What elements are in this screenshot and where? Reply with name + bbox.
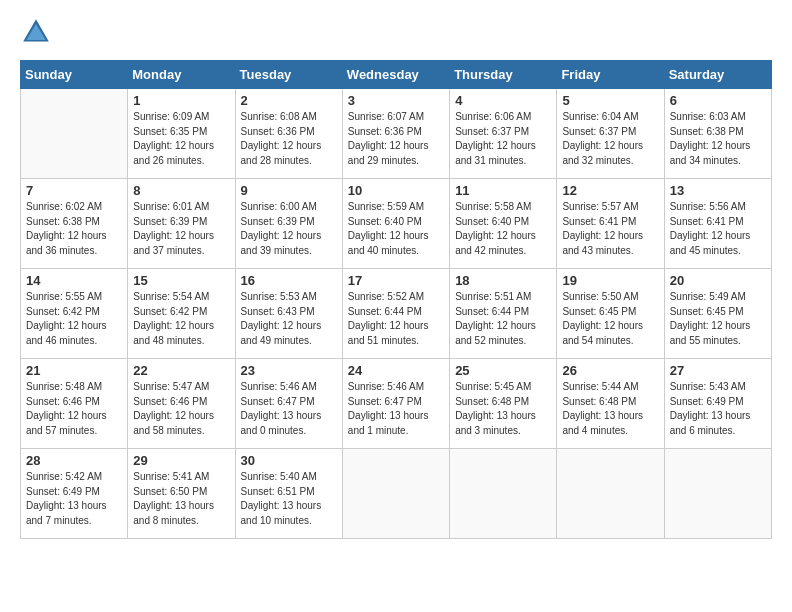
calendar-cell: 2Sunrise: 6:08 AMSunset: 6:36 PMDaylight… (235, 89, 342, 179)
day-info: Sunrise: 6:08 AMSunset: 6:36 PMDaylight:… (241, 110, 337, 168)
calendar-cell: 8Sunrise: 6:01 AMSunset: 6:39 PMDaylight… (128, 179, 235, 269)
day-info: Sunrise: 5:53 AMSunset: 6:43 PMDaylight:… (241, 290, 337, 348)
calendar-cell (557, 449, 664, 539)
day-info: Sunrise: 5:57 AMSunset: 6:41 PMDaylight:… (562, 200, 658, 258)
calendar-cell: 14Sunrise: 5:55 AMSunset: 6:42 PMDayligh… (21, 269, 128, 359)
calendar-cell: 17Sunrise: 5:52 AMSunset: 6:44 PMDayligh… (342, 269, 449, 359)
calendar-cell: 18Sunrise: 5:51 AMSunset: 6:44 PMDayligh… (450, 269, 557, 359)
calendar-cell: 19Sunrise: 5:50 AMSunset: 6:45 PMDayligh… (557, 269, 664, 359)
day-info: Sunrise: 5:49 AMSunset: 6:45 PMDaylight:… (670, 290, 766, 348)
day-number: 12 (562, 183, 658, 198)
calendar-cell: 7Sunrise: 6:02 AMSunset: 6:38 PMDaylight… (21, 179, 128, 269)
calendar-cell: 16Sunrise: 5:53 AMSunset: 6:43 PMDayligh… (235, 269, 342, 359)
calendar-cell: 27Sunrise: 5:43 AMSunset: 6:49 PMDayligh… (664, 359, 771, 449)
calendar-cell (664, 449, 771, 539)
day-number: 29 (133, 453, 229, 468)
day-number: 25 (455, 363, 551, 378)
day-info: Sunrise: 5:52 AMSunset: 6:44 PMDaylight:… (348, 290, 444, 348)
calendar-cell (450, 449, 557, 539)
calendar-weekday: Saturday (664, 61, 771, 89)
calendar-week-row: 28Sunrise: 5:42 AMSunset: 6:49 PMDayligh… (21, 449, 772, 539)
day-info: Sunrise: 5:59 AMSunset: 6:40 PMDaylight:… (348, 200, 444, 258)
calendar-week-row: 1Sunrise: 6:09 AMSunset: 6:35 PMDaylight… (21, 89, 772, 179)
day-info: Sunrise: 5:55 AMSunset: 6:42 PMDaylight:… (26, 290, 122, 348)
calendar-cell: 4Sunrise: 6:06 AMSunset: 6:37 PMDaylight… (450, 89, 557, 179)
day-number: 22 (133, 363, 229, 378)
day-info: Sunrise: 6:09 AMSunset: 6:35 PMDaylight:… (133, 110, 229, 168)
calendar-cell: 13Sunrise: 5:56 AMSunset: 6:41 PMDayligh… (664, 179, 771, 269)
day-number: 30 (241, 453, 337, 468)
day-number: 7 (26, 183, 122, 198)
calendar-cell: 12Sunrise: 5:57 AMSunset: 6:41 PMDayligh… (557, 179, 664, 269)
calendar-cell: 23Sunrise: 5:46 AMSunset: 6:47 PMDayligh… (235, 359, 342, 449)
day-number: 24 (348, 363, 444, 378)
day-info: Sunrise: 5:41 AMSunset: 6:50 PMDaylight:… (133, 470, 229, 528)
day-number: 13 (670, 183, 766, 198)
calendar-cell: 20Sunrise: 5:49 AMSunset: 6:45 PMDayligh… (664, 269, 771, 359)
day-number: 2 (241, 93, 337, 108)
day-number: 28 (26, 453, 122, 468)
day-info: Sunrise: 5:51 AMSunset: 6:44 PMDaylight:… (455, 290, 551, 348)
day-info: Sunrise: 5:58 AMSunset: 6:40 PMDaylight:… (455, 200, 551, 258)
day-number: 3 (348, 93, 444, 108)
calendar-table: SundayMondayTuesdayWednesdayThursdayFrid… (20, 60, 772, 539)
calendar-weekday: Tuesday (235, 61, 342, 89)
calendar-cell: 22Sunrise: 5:47 AMSunset: 6:46 PMDayligh… (128, 359, 235, 449)
day-info: Sunrise: 6:03 AMSunset: 6:38 PMDaylight:… (670, 110, 766, 168)
day-number: 27 (670, 363, 766, 378)
calendar-cell: 9Sunrise: 6:00 AMSunset: 6:39 PMDaylight… (235, 179, 342, 269)
day-number: 17 (348, 273, 444, 288)
calendar-week-row: 7Sunrise: 6:02 AMSunset: 6:38 PMDaylight… (21, 179, 772, 269)
calendar-cell (21, 89, 128, 179)
day-info: Sunrise: 5:47 AMSunset: 6:46 PMDaylight:… (133, 380, 229, 438)
calendar-cell: 5Sunrise: 6:04 AMSunset: 6:37 PMDaylight… (557, 89, 664, 179)
day-info: Sunrise: 5:42 AMSunset: 6:49 PMDaylight:… (26, 470, 122, 528)
day-info: Sunrise: 5:56 AMSunset: 6:41 PMDaylight:… (670, 200, 766, 258)
day-info: Sunrise: 6:01 AMSunset: 6:39 PMDaylight:… (133, 200, 229, 258)
logo (20, 16, 56, 48)
day-info: Sunrise: 5:46 AMSunset: 6:47 PMDaylight:… (241, 380, 337, 438)
day-number: 19 (562, 273, 658, 288)
day-number: 9 (241, 183, 337, 198)
calendar-weekday: Friday (557, 61, 664, 89)
calendar-week-row: 14Sunrise: 5:55 AMSunset: 6:42 PMDayligh… (21, 269, 772, 359)
calendar-cell: 28Sunrise: 5:42 AMSunset: 6:49 PMDayligh… (21, 449, 128, 539)
day-number: 20 (670, 273, 766, 288)
calendar-cell: 24Sunrise: 5:46 AMSunset: 6:47 PMDayligh… (342, 359, 449, 449)
day-number: 16 (241, 273, 337, 288)
calendar-cell: 3Sunrise: 6:07 AMSunset: 6:36 PMDaylight… (342, 89, 449, 179)
calendar-weekday: Sunday (21, 61, 128, 89)
calendar-cell: 25Sunrise: 5:45 AMSunset: 6:48 PMDayligh… (450, 359, 557, 449)
day-info: Sunrise: 6:06 AMSunset: 6:37 PMDaylight:… (455, 110, 551, 168)
day-info: Sunrise: 5:43 AMSunset: 6:49 PMDaylight:… (670, 380, 766, 438)
calendar-weekday: Wednesday (342, 61, 449, 89)
day-info: Sunrise: 5:44 AMSunset: 6:48 PMDaylight:… (562, 380, 658, 438)
day-number: 5 (562, 93, 658, 108)
day-info: Sunrise: 6:07 AMSunset: 6:36 PMDaylight:… (348, 110, 444, 168)
day-info: Sunrise: 6:02 AMSunset: 6:38 PMDaylight:… (26, 200, 122, 258)
day-number: 8 (133, 183, 229, 198)
day-number: 11 (455, 183, 551, 198)
day-info: Sunrise: 5:54 AMSunset: 6:42 PMDaylight:… (133, 290, 229, 348)
day-number: 4 (455, 93, 551, 108)
day-number: 1 (133, 93, 229, 108)
calendar-cell: 1Sunrise: 6:09 AMSunset: 6:35 PMDaylight… (128, 89, 235, 179)
calendar-cell: 26Sunrise: 5:44 AMSunset: 6:48 PMDayligh… (557, 359, 664, 449)
calendar-cell: 11Sunrise: 5:58 AMSunset: 6:40 PMDayligh… (450, 179, 557, 269)
calendar-cell: 30Sunrise: 5:40 AMSunset: 6:51 PMDayligh… (235, 449, 342, 539)
day-info: Sunrise: 5:40 AMSunset: 6:51 PMDaylight:… (241, 470, 337, 528)
calendar-week-row: 21Sunrise: 5:48 AMSunset: 6:46 PMDayligh… (21, 359, 772, 449)
day-number: 23 (241, 363, 337, 378)
page-header (20, 16, 772, 48)
day-info: Sunrise: 6:00 AMSunset: 6:39 PMDaylight:… (241, 200, 337, 258)
calendar-cell: 10Sunrise: 5:59 AMSunset: 6:40 PMDayligh… (342, 179, 449, 269)
day-info: Sunrise: 5:45 AMSunset: 6:48 PMDaylight:… (455, 380, 551, 438)
calendar-cell: 21Sunrise: 5:48 AMSunset: 6:46 PMDayligh… (21, 359, 128, 449)
day-number: 15 (133, 273, 229, 288)
calendar-cell: 6Sunrise: 6:03 AMSunset: 6:38 PMDaylight… (664, 89, 771, 179)
calendar-cell: 15Sunrise: 5:54 AMSunset: 6:42 PMDayligh… (128, 269, 235, 359)
day-info: Sunrise: 5:50 AMSunset: 6:45 PMDaylight:… (562, 290, 658, 348)
calendar-weekday: Thursday (450, 61, 557, 89)
day-number: 6 (670, 93, 766, 108)
day-number: 26 (562, 363, 658, 378)
